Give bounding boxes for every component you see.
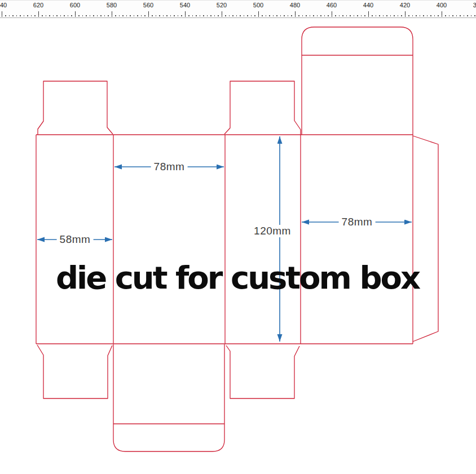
dimension-arrows[interactable] <box>37 136 412 342</box>
bottom-flap-middle[interactable] <box>226 345 299 398</box>
bottom-tuck-outline[interactable] <box>113 344 224 451</box>
bottom-flap-left[interactable] <box>37 345 112 398</box>
dimension-label-height[interactable]: 120mm <box>251 225 294 237</box>
application-canvas: { "colors": { "cutline": "#cf2339", "dim… <box>0 0 476 474</box>
top-flap-left[interactable] <box>38 81 113 135</box>
dimension-label-front-width[interactable]: 78mm <box>151 161 188 173</box>
dimension-label-back-width[interactable]: 78mm <box>339 216 376 228</box>
drawing-title-text[interactable]: die cut for custom box <box>56 259 419 296</box>
top-flap-middle[interactable] <box>224 81 301 135</box>
glue-flap[interactable] <box>413 136 438 342</box>
dimension-label-side-width[interactable]: 58mm <box>57 233 94 246</box>
lid-outline[interactable] <box>302 27 413 135</box>
